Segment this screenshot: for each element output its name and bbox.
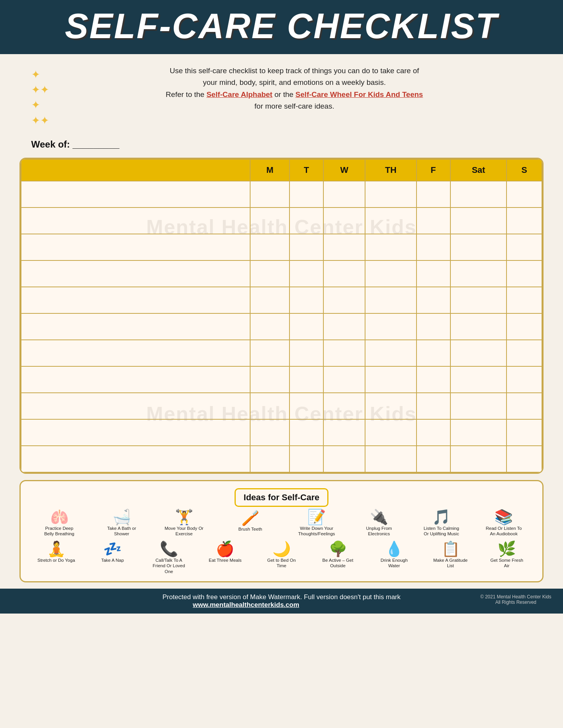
activity-cell[interactable]	[21, 366, 250, 393]
sunday-cell[interactable]	[507, 181, 542, 207]
lungs-icon: 🫁	[50, 509, 69, 526]
wednesday-cell[interactable]	[323, 340, 365, 366]
activity-cell[interactable]	[21, 234, 250, 260]
intro-line3: Refer to the	[166, 90, 204, 98]
friday-cell[interactable]	[417, 340, 450, 366]
friday-cell[interactable]	[417, 234, 450, 260]
thursday-cell[interactable]	[365, 287, 416, 313]
activity-column-header	[21, 159, 250, 181]
monday-cell[interactable]	[250, 393, 289, 419]
tuesday-cell[interactable]	[289, 287, 323, 313]
thursday-cell[interactable]	[365, 340, 416, 366]
sunday-cell[interactable]	[507, 366, 542, 393]
self-care-alphabet-link[interactable]: Self-Care Alphabet	[206, 90, 272, 98]
friday-cell[interactable]	[417, 207, 450, 234]
thursday-cell[interactable]	[365, 181, 416, 207]
saturday-cell[interactable]	[450, 340, 507, 366]
wednesday-cell[interactable]	[323, 181, 365, 207]
ideas-row-1: 🫁 Practice Deep Belly Breathing 🛁 Take A…	[29, 509, 534, 537]
thursday-cell[interactable]	[365, 313, 416, 340]
monday-cell[interactable]	[250, 207, 289, 234]
monday-cell[interactable]	[250, 181, 289, 207]
tuesday-cell[interactable]	[289, 393, 323, 419]
sleep-icon: 💤	[103, 541, 122, 557]
idea-unplug: 🔌 Unplug From Electronics	[360, 509, 399, 537]
thursday-cell[interactable]	[365, 446, 416, 472]
saturday-cell[interactable]	[450, 207, 507, 234]
sunday-cell[interactable]	[507, 313, 542, 340]
wednesday-cell[interactable]	[323, 419, 365, 446]
tuesday-cell[interactable]	[289, 181, 323, 207]
wednesday-cell[interactable]	[323, 260, 365, 287]
saturday-cell[interactable]	[450, 366, 507, 393]
saturday-cell[interactable]	[450, 313, 507, 340]
sunday-cell[interactable]	[507, 340, 542, 366]
saturday-cell[interactable]	[450, 419, 507, 446]
nature-icon: 🌿	[498, 541, 516, 557]
saturday-cell[interactable]	[450, 260, 507, 287]
saturday-cell[interactable]	[450, 287, 507, 313]
activity-cell[interactable]	[21, 260, 250, 287]
wednesday-cell[interactable]	[323, 313, 365, 340]
tuesday-cell[interactable]	[289, 366, 323, 393]
activity-cell[interactable]	[21, 446, 250, 472]
sunday-cell[interactable]	[507, 419, 542, 446]
monday-cell[interactable]	[250, 419, 289, 446]
monday-cell[interactable]	[250, 446, 289, 472]
sunday-cell[interactable]	[507, 287, 542, 313]
wednesday-cell[interactable]	[323, 207, 365, 234]
friday-cell[interactable]	[417, 393, 450, 419]
thursday-cell[interactable]	[365, 419, 416, 446]
thursday-cell[interactable]	[365, 260, 416, 287]
wednesday-cell[interactable]	[323, 393, 365, 419]
tuesday-cell[interactable]	[289, 446, 323, 472]
friday-cell[interactable]	[417, 313, 450, 340]
sunday-cell[interactable]	[507, 393, 542, 419]
sunday-cell[interactable]	[507, 234, 542, 260]
wednesday-cell[interactable]	[323, 287, 365, 313]
activity-cell[interactable]	[21, 340, 250, 366]
friday-cell[interactable]	[417, 446, 450, 472]
activity-cell[interactable]	[21, 419, 250, 446]
tuesday-cell[interactable]	[289, 260, 323, 287]
saturday-cell[interactable]	[450, 393, 507, 419]
activity-cell[interactable]	[21, 207, 250, 234]
activity-cell[interactable]	[21, 287, 250, 313]
monday-cell[interactable]	[250, 313, 289, 340]
self-care-wheel-link[interactable]: Self-Care Wheel For Kids And Teens	[295, 90, 423, 98]
wednesday-cell[interactable]	[323, 366, 365, 393]
saturday-cell[interactable]	[450, 446, 507, 472]
friday-cell[interactable]	[417, 419, 450, 446]
table-row	[21, 340, 542, 366]
tuesday-cell[interactable]	[289, 340, 323, 366]
sunday-cell[interactable]	[507, 260, 542, 287]
sunday-cell[interactable]	[507, 207, 542, 234]
footer-url[interactable]: www.mentalhealthcenterkids.com	[193, 601, 299, 608]
saturday-cell[interactable]	[450, 181, 507, 207]
activity-cell[interactable]	[21, 181, 250, 207]
activity-cell[interactable]	[21, 393, 250, 419]
thursday-cell[interactable]	[365, 393, 416, 419]
monday-cell[interactable]	[250, 260, 289, 287]
wednesday-cell[interactable]	[323, 446, 365, 472]
tuesday-cell[interactable]	[289, 419, 323, 446]
monday-cell[interactable]	[250, 287, 289, 313]
friday-cell[interactable]	[417, 366, 450, 393]
monday-cell[interactable]	[250, 366, 289, 393]
idea-label: Take A Nap	[101, 557, 124, 563]
thursday-cell[interactable]	[365, 207, 416, 234]
monday-cell[interactable]	[250, 340, 289, 366]
tuesday-cell[interactable]	[289, 207, 323, 234]
tuesday-cell[interactable]	[289, 313, 323, 340]
tuesday-cell[interactable]	[289, 234, 323, 260]
activity-cell[interactable]	[21, 313, 250, 340]
sunday-cell[interactable]	[507, 446, 542, 472]
friday-cell[interactable]	[417, 181, 450, 207]
thursday-cell[interactable]	[365, 234, 416, 260]
monday-cell[interactable]	[250, 234, 289, 260]
saturday-cell[interactable]	[450, 234, 507, 260]
wednesday-cell[interactable]	[323, 234, 365, 260]
thursday-cell[interactable]	[365, 366, 416, 393]
friday-cell[interactable]	[417, 260, 450, 287]
friday-cell[interactable]	[417, 287, 450, 313]
